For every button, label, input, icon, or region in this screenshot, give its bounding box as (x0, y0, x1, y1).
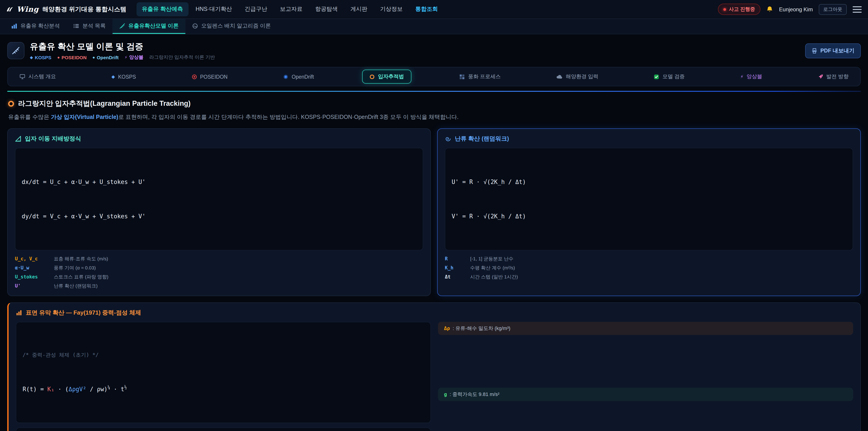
equation-cards: 입자 이동 지배방정식 dx/dt = U_c + α·U_w + U_stok… (7, 128, 861, 296)
particle-icon (8, 101, 14, 107)
nav-item-hns-dispersion[interactable]: HNS·대기확산 (190, 2, 237, 16)
page-header-texts: 유출유 확산 모델 이론 및 검증 ◆KOSPS ●POSEIDON ●Open… (30, 41, 215, 61)
fay-formulas: /* 중력-관성 체제 (초기) */ R(t) = K₁ · (ΔρgV² /… (16, 322, 431, 431)
ruler-icon (119, 23, 125, 29)
section-tab-particle-tracking[interactable]: 입자추적법 (362, 70, 411, 84)
list-icon (73, 23, 79, 29)
governing-equation-card: 입자 이동 지배방정식 dx/dt = U_c + α·U_w + U_stok… (7, 128, 431, 296)
section-tab-opendrift[interactable]: OpenDrift (276, 70, 321, 83)
section-tab-bar: 시스템 개요 ◆ KOSPS POSEIDON OpenDrift 입자추적법 … (7, 67, 861, 86)
app-root: Wing 해양환경 위기대응 통합시스템 유출유 확산예측 HNS·대기확산 긴… (0, 0, 868, 431)
menu-icon[interactable] (852, 5, 862, 14)
incident-dot-icon (723, 8, 726, 11)
code-comment: /* 중력-관성 체제 (초기) */ (23, 350, 424, 360)
fay-spreading-card: 표면 유막 확산 — Fay(1971) 중력-점성 체제 /* 중력-관성 체… (7, 302, 861, 431)
section-tab-ensemble[interactable]: ⚡ 앙상블 (733, 70, 770, 84)
fay-code-block-2: /* 중력-점성 체제 (후기) */ R(t) = K₂ · (ΔρgV² /… (16, 428, 431, 431)
brand[interactable]: Wing 해양환경 위기대응 통합시스템 (6, 5, 126, 13)
section-tab-future-direction[interactable]: 발전 방향 (811, 70, 856, 84)
legend-row: K_h수평 확산 계수 (m²/s) (445, 265, 853, 271)
subtab-label: 분석 목록 (83, 22, 106, 30)
cloud-icon (556, 74, 563, 79)
logout-button[interactable]: 로그아웃 (819, 4, 847, 15)
incident-label: 사고 진행중 (729, 6, 755, 13)
fay-legend: Δρ: 유류-해수 밀도차 (kg/m³) g: 중력가속도 9.81 m/s²… (438, 322, 853, 431)
main-nav: 유출유 확산예측 HNS·대기확산 긴급구난 보고자료 항공탐색 게시판 기상정… (136, 2, 443, 16)
fence-icon (192, 23, 198, 29)
nav-item-board[interactable]: 게시판 (345, 2, 373, 16)
subtab-label: 유출유 확산분석 (20, 22, 60, 30)
section-heading: 라그랑지안 입자추적법(Lagrangian Particle Tracking… (8, 99, 860, 109)
triangle-ruler-icon (15, 135, 21, 142)
sub-tab-bar: 유출유 확산분석 분석 목록 유출유확산모델 이론 오일펜스 배치 알고리즘 이… (0, 19, 868, 34)
particle-icon (369, 74, 375, 79)
subtab-spill-analysis[interactable]: 유출유 확산분석 (4, 19, 67, 34)
monitor-icon (20, 74, 25, 80)
turbulence-legend: R[-1, 1] 균등분포 난수 K_h수평 확산 계수 (m²/s) Δt시간… (445, 256, 853, 280)
circle-icon (283, 74, 288, 79)
nav-item-reports[interactable]: 보고자료 (274, 2, 308, 16)
subtab-label: 오일펜스 배치 알고리즘 이론 (201, 22, 271, 30)
section-tab-kosps[interactable]: ◆ KOSPS (104, 70, 143, 83)
legend-pill: g: 중력가속도 9.81 m/s² (438, 388, 853, 401)
fay-code-block-1: /* 중력-관성 체제 (초기) */ R(t) = K₁ · (ΔρgV² /… (16, 322, 431, 423)
code-line: dx/dt = U_c + α·U_w + U_stokes + U' (22, 176, 416, 188)
rocket-icon (818, 74, 823, 79)
badge-poseidon: ●POSEIDON (57, 55, 87, 60)
bar-chart-icon (16, 310, 22, 316)
subtab-oil-fence-theory[interactable]: 오일펜스 배치 알고리즘 이론 (185, 19, 278, 34)
pdf-export-button[interactable]: PDF 내보내기 (805, 43, 861, 58)
brand-logo-text: Wing (17, 5, 39, 13)
topnav-right: 사고 진행중 Eunjeong Kim 로그아웃 (718, 4, 862, 15)
code-line: dy/dt = V_c + α·V_w + V_stokes + V' (22, 210, 416, 222)
subtab-model-theory[interactable]: 유출유확산모델 이론 (112, 19, 185, 34)
legend-pill: Δρ: 유류-해수 밀도차 (kg/m³) (438, 322, 853, 335)
fay-grid: /* 중력-관성 체제 (초기) */ R(t) = K₁ · (ΔρgV² /… (16, 322, 853, 431)
grid-icon (460, 74, 465, 79)
subtab-analysis-list[interactable]: 분석 목록 (67, 19, 113, 34)
notification-bell-icon[interactable] (767, 6, 773, 13)
code-line: U' = R · √(2K_h / Δt) (452, 176, 846, 188)
bolt-icon: ⚡ (125, 55, 127, 60)
section-tab-model-validation[interactable]: 모델 검증 (647, 70, 692, 84)
circle-icon: ● (92, 55, 95, 60)
turbulence-card-title: 난류 확산 (랜덤워크) (445, 135, 853, 143)
model-badge-row: ◆KOSPS ●POSEIDON ●OpenDrift ⚡앙상블 라그랑지안 입… (30, 54, 215, 61)
badge-kosps: ◆KOSPS (30, 55, 51, 60)
incident-status-badge[interactable]: 사고 진행중 (718, 4, 761, 15)
turbulence-card: 난류 확산 (랜덤워크) U' = R · √(2K_h / Δt) V' = … (437, 128, 861, 296)
user-name: Eunjeong Kim (779, 6, 813, 12)
nav-item-emergency-rescue[interactable]: 긴급구난 (239, 2, 273, 16)
page-icon (7, 42, 24, 59)
content-area: 라그랑지안 입자추적법(Lagrangian Particle Tracking… (7, 91, 861, 431)
nav-item-integrated-search[interactable]: 통합조회 (410, 2, 443, 16)
section-tab-ocean-input[interactable]: 해양환경 입력 (549, 70, 606, 84)
legend-row: Δt시간 스텝 (일반 1시간) (445, 274, 853, 280)
legend-row: α·U_w풍류 기여 (α ≈ 0.03) (15, 265, 423, 271)
governing-code-block: dx/dt = U_c + α·U_w + U_stokes + U' dy/d… (15, 148, 423, 250)
subtab-label: 유출유확산모델 이론 (128, 22, 179, 30)
legend-row: U_c, V_c표층 해류·조류 속도 (m/s) (15, 256, 423, 262)
turbulence-code-block: U' = R · √(2K_h / Δt) V' = R · √(2K_h / … (445, 148, 853, 250)
circle-dot-icon: ● (57, 55, 60, 60)
governing-legend: U_c, V_c표층 해류·조류 속도 (m/s) α·U_w풍류 기여 (α … (15, 256, 423, 289)
page-title: 유출유 확산 모델 이론 및 검증 (30, 41, 215, 52)
governing-card-title: 입자 이동 지배방정식 (15, 135, 423, 143)
nav-item-oil-spill-forecast[interactable]: 유출유 확산예측 (136, 2, 188, 16)
badge-ensemble: ⚡앙상블 (125, 54, 144, 61)
chart-icon (11, 23, 17, 29)
page-subtitle: 라그랑지안 입자추적 이론 기반 (149, 54, 215, 61)
system-title: 해양환경 위기대응 통합시스템 (42, 5, 126, 13)
nav-item-aerial-search[interactable]: 항공탐색 (310, 2, 343, 16)
section-tab-weathering[interactable]: 풍화 프로세스 (452, 70, 508, 84)
ruler-icon (12, 47, 20, 55)
nav-item-weather-info[interactable]: 기상정보 (375, 2, 408, 16)
diamond-icon: ◆ (30, 55, 33, 60)
wing-logo-icon (6, 6, 13, 12)
code-line: V' = R · √(2K_h / Δt) (452, 210, 846, 222)
legend-row: U'난류 확산 (랜덤워크) (15, 283, 423, 289)
swirl-icon (445, 135, 451, 142)
diamond-icon: ◆ (112, 74, 115, 79)
section-tab-poseidon[interactable]: POSEIDON (184, 70, 235, 83)
section-tab-system-overview[interactable]: 시스템 개요 (12, 70, 63, 84)
